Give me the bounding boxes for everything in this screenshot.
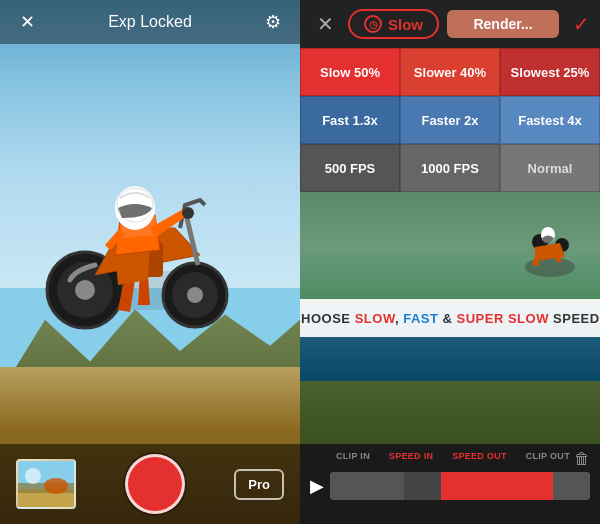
svg-point-6	[187, 287, 203, 303]
right-panel: ✕ ◷ Slow Render... ✓ Slow 50% Slower 40%…	[300, 0, 600, 524]
timeline-row: ▶	[310, 472, 590, 500]
record-button[interactable]	[125, 454, 185, 514]
speed-in-label: SPEED IN	[389, 451, 433, 461]
clip-out-label: CLIP OUT	[526, 451, 570, 461]
left-header: ✕ Exp Locked ⚙	[0, 0, 300, 44]
right-close-button[interactable]: ✕	[310, 12, 340, 36]
choose-banner: CHOOSE SLOW, FAST & SUPER SLOW SPEEDS	[300, 299, 600, 337]
preview-ground	[300, 381, 600, 444]
preview-rider	[520, 217, 580, 297]
svg-point-16	[525, 257, 575, 277]
timer-icon: ◷	[364, 15, 382, 33]
speed-fastest-4x[interactable]: Fastest 4x	[500, 96, 600, 144]
timeline-clip-out	[553, 472, 590, 500]
confirm-button[interactable]: ✓	[573, 12, 590, 36]
speed-normal[interactable]: Normal	[500, 144, 600, 192]
left-panel: ✕ Exp Locked ⚙ Pro	[0, 0, 300, 524]
clip-in-label: CLIP IN	[336, 451, 370, 461]
timeline-speed-in	[404, 472, 441, 500]
speed-1000fps[interactable]: 1000 FPS	[400, 144, 500, 192]
banner-choose: CHOOSE SLOW, FAST & SUPER SLOW SPEEDS	[300, 311, 600, 326]
speed-slowest-25[interactable]: Slowest 25%	[500, 48, 600, 96]
bottom-controls: CLIP IN SPEED IN SPEED OUT CLIP OUT 🗑 ▶	[300, 444, 600, 524]
svg-point-14	[25, 468, 41, 484]
render-button[interactable]: Render...	[447, 10, 559, 38]
slow-tab-label: Slow	[388, 16, 423, 33]
settings-icon[interactable]: ⚙	[258, 11, 288, 33]
svg-point-3	[75, 280, 95, 300]
speed-faster-2x[interactable]: Faster 2x	[400, 96, 500, 144]
speed-fast-1x[interactable]: Fast 1.3x	[300, 96, 400, 144]
speed-grid: Slow 50% Slower 40% Slowest 25% Fast 1.3…	[300, 48, 600, 192]
pro-button[interactable]: Pro	[234, 469, 284, 500]
svg-point-15	[44, 478, 68, 494]
speed-out-label: SPEED OUT	[452, 451, 507, 461]
speed-slower-40[interactable]: Slower 40%	[400, 48, 500, 96]
speed-500fps[interactable]: 500 FPS	[300, 144, 400, 192]
timeline-clip-in	[330, 472, 404, 500]
slow-tab[interactable]: ◷ Slow	[348, 9, 439, 39]
close-icon[interactable]: ✕	[12, 11, 42, 33]
play-button[interactable]: ▶	[310, 475, 324, 497]
trash-icon[interactable]: 🗑	[574, 450, 590, 468]
video-preview: CHOOSE SLOW, FAST & SUPER SLOW SPEEDS	[300, 192, 600, 444]
timeline-speed-zone	[441, 472, 552, 500]
left-bottom-bar: Pro	[0, 444, 300, 524]
gallery-thumbnail[interactable]	[16, 459, 76, 509]
rider-image	[30, 80, 250, 360]
speed-slow-50[interactable]: Slow 50%	[300, 48, 400, 96]
right-header: ✕ ◷ Slow Render... ✓	[300, 0, 600, 48]
header-title: Exp Locked	[42, 13, 258, 31]
svg-point-10	[182, 207, 194, 219]
timeline-bar[interactable]	[330, 472, 590, 500]
